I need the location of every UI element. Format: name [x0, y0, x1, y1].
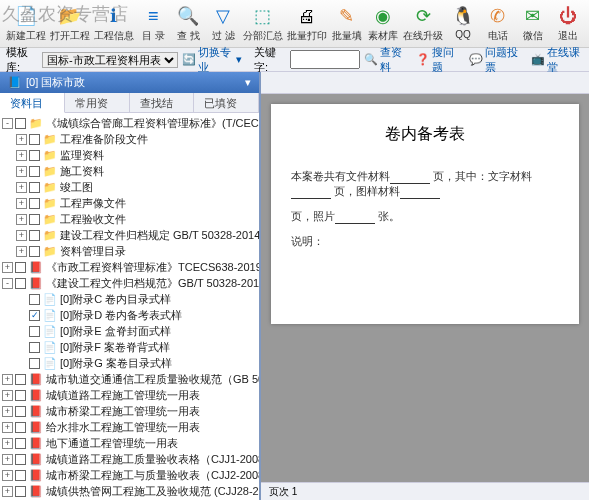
expand-icon[interactable]: +: [2, 454, 13, 465]
expand-icon[interactable]: +: [2, 486, 13, 497]
tree-node[interactable]: +📁建设工程文件归档规定 GB/T 50328-2014: [0, 227, 259, 243]
expand-icon[interactable]: +: [16, 134, 27, 145]
doc-icon: 📄: [43, 356, 57, 370]
wechat-button[interactable]: ✉微信: [516, 2, 550, 45]
online-upgrade-button[interactable]: ⟳在线升级: [402, 2, 445, 45]
expand-icon[interactable]: +: [16, 166, 27, 177]
tree-node[interactable]: 📄[0]附录E 盒脊封面式样: [0, 323, 259, 339]
tree-node[interactable]: +📁工程准备阶段文件: [0, 131, 259, 147]
keyword-input[interactable]: [290, 50, 360, 69]
checkbox[interactable]: [29, 342, 40, 353]
find-button[interactable]: 🔍查 找: [171, 2, 205, 45]
tree-node[interactable]: +📕城市桥梁工程施工与质量验收表（CJJ2-2008）: [0, 467, 259, 483]
tree-node[interactable]: +📁工程声像文件: [0, 195, 259, 211]
tree-node[interactable]: -📕《建设工程文件归档规范》GB/T 50328-2014局部修订版（2019年…: [0, 275, 259, 291]
tree-node[interactable]: +📁资料管理目录: [0, 243, 259, 259]
tab-2[interactable]: 查找结果: [130, 93, 195, 112]
material-lib-button[interactable]: ◉素材库: [366, 2, 401, 45]
checkbox[interactable]: [15, 454, 26, 465]
checkbox[interactable]: [15, 422, 26, 433]
batch-fill-button[interactable]: ✎批量填: [329, 2, 364, 45]
checkbox[interactable]: [15, 118, 26, 129]
expand-icon[interactable]: +: [2, 406, 13, 417]
checkbox[interactable]: [15, 438, 26, 449]
tree-header[interactable]: 📘 [0] 国标市政 ▾: [0, 72, 259, 93]
tab-3[interactable]: 已填资料: [194, 93, 259, 112]
expand-icon[interactable]: +: [16, 230, 27, 241]
batch-print-button[interactable]: 🖨批量打印: [285, 2, 328, 45]
tree-node[interactable]: +📕城镇道路工程施工管理统一用表: [0, 387, 259, 403]
expand-icon[interactable]: +: [2, 390, 13, 401]
tree-node[interactable]: 📄[0]附录C 卷内目录式样: [0, 291, 259, 307]
expand-icon[interactable]: +: [2, 422, 13, 433]
checkbox[interactable]: [15, 278, 26, 289]
expand-icon[interactable]: +: [2, 470, 13, 481]
tree-node[interactable]: +📁监理资料: [0, 147, 259, 163]
checkbox[interactable]: [29, 326, 40, 337]
tree-node[interactable]: +📁工程验收文件: [0, 211, 259, 227]
checkbox[interactable]: [29, 214, 40, 225]
header-dropdown-icon[interactable]: ▾: [245, 76, 251, 89]
checkbox[interactable]: [15, 470, 26, 481]
tree-node[interactable]: +📕城镇道路工程施工质量验收表格（CJJ1-2008）: [0, 451, 259, 467]
checkbox[interactable]: [29, 198, 40, 209]
checkbox[interactable]: ✓: [29, 310, 40, 321]
filter-button[interactable]: ▽过 滤: [206, 2, 240, 45]
open-project-button[interactable]: 📂打开工程: [48, 2, 91, 45]
template-select[interactable]: 国标-市政工程资料用表: [42, 52, 178, 68]
tab-0[interactable]: 资料目录: [0, 93, 65, 113]
search-material-link[interactable]: 🔍查资料: [364, 45, 407, 75]
checkbox[interactable]: [29, 358, 40, 369]
phone-button[interactable]: ✆电话: [481, 2, 515, 45]
expand-icon[interactable]: +: [16, 182, 27, 193]
tree-node[interactable]: +📕城市桥梁工程施工管理统一用表: [0, 403, 259, 419]
checkbox[interactable]: [29, 166, 40, 177]
checkbox[interactable]: [29, 182, 40, 193]
document-viewport[interactable]: 卷内备考表 本案卷共有文件材料 页，其中：文字材料 页，图样材料 页，照片 张。…: [261, 94, 589, 500]
qq-button[interactable]: 🐧QQ: [446, 2, 480, 42]
checkbox[interactable]: [29, 294, 40, 305]
expand-icon[interactable]: +: [2, 438, 13, 449]
project-info-icon: ℹ: [102, 4, 126, 28]
tree-node[interactable]: +📁竣工图: [0, 179, 259, 195]
tree-node[interactable]: +📕地下通道工程管理统一用表: [0, 435, 259, 451]
tree-node[interactable]: +📕城市轨道交通通信工程质量验收规范（GB 50382-2016）: [0, 371, 259, 387]
checkbox[interactable]: [29, 150, 40, 161]
tree-node[interactable]: 📄[0]附录G 案卷目录式样: [0, 355, 259, 371]
project-info-button[interactable]: ℹ工程信息: [92, 2, 135, 45]
tree-node[interactable]: +📁施工资料: [0, 163, 259, 179]
checkbox[interactable]: [29, 230, 40, 241]
document-tree[interactable]: -📁《城镇综合管廊工程资料管理标准》(T/CECS 639-2019)+📁工程准…: [0, 113, 259, 500]
online-class-link[interactable]: 📺在线课堂: [531, 45, 583, 75]
checkbox[interactable]: [15, 486, 26, 497]
checkbox[interactable]: [15, 390, 26, 401]
checkbox[interactable]: [29, 246, 40, 257]
tree-node[interactable]: ✓📄[0]附录D 卷内备考表式样: [0, 307, 259, 323]
expand-icon[interactable]: +: [16, 246, 27, 257]
tab-1[interactable]: 常用资料: [65, 93, 130, 112]
tree-node[interactable]: 📄[0]附录F 案卷脊背式样: [0, 339, 259, 355]
tree-node[interactable]: +📕给水排水工程施工管理统一用表: [0, 419, 259, 435]
expand-icon[interactable]: -: [2, 278, 13, 289]
checkbox[interactable]: [15, 406, 26, 417]
catalog-button[interactable]: ≡目 录: [136, 2, 170, 45]
section-summary-button[interactable]: ⬚分部汇总: [241, 2, 284, 45]
tree-node[interactable]: +📕城镇供热管网工程施工及验收规范 (CJJ28-2014): [0, 483, 259, 499]
vote-question-link[interactable]: 💬问题投票: [469, 45, 521, 75]
expand-icon[interactable]: +: [2, 374, 13, 385]
expand-icon[interactable]: +: [16, 214, 27, 225]
expand-icon[interactable]: +: [16, 198, 27, 209]
tree-node[interactable]: -📁《城镇综合管廊工程资料管理标准》(T/CECS 639-2019): [0, 115, 259, 131]
new-project-button[interactable]: 📄新建工程: [4, 2, 47, 45]
expand-icon[interactable]: -: [2, 118, 13, 129]
expand-icon[interactable]: +: [2, 262, 13, 273]
checkbox[interactable]: [15, 374, 26, 385]
checkbox[interactable]: [29, 134, 40, 145]
exit-button[interactable]: ⏻退出: [551, 2, 585, 45]
tree-label: 地下通道工程管理统一用表: [46, 436, 178, 451]
switch-profession-button[interactable]: 🔄 切换专业 ▾: [182, 45, 242, 75]
search-question-link[interactable]: ❓搜问题: [416, 45, 459, 75]
tree-node[interactable]: +📕《市政工程资料管理标准》TCECS638-2019: [0, 259, 259, 275]
expand-icon[interactable]: +: [16, 150, 27, 161]
checkbox[interactable]: [15, 262, 26, 273]
